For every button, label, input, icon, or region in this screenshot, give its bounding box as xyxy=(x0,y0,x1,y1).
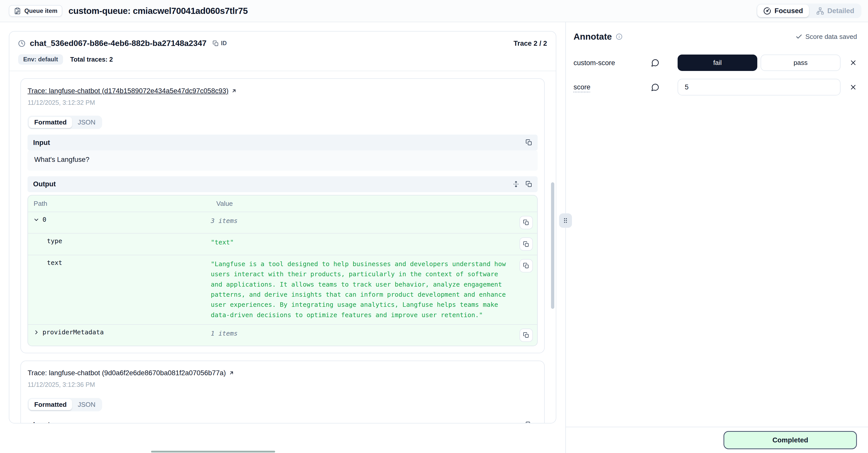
input-label: Input xyxy=(33,421,50,423)
panel-resize-handle[interactable] xyxy=(559,214,572,228)
format-tabs: Formatted JSON xyxy=(28,116,102,129)
json-table-row: text"Langfuse is a tool designed to help… xyxy=(28,255,537,324)
id-label: ID xyxy=(221,40,227,47)
output-label: Output xyxy=(33,180,56,188)
copy-output-button[interactable] xyxy=(526,181,532,187)
trace-link[interactable]: Trace: langfuse-chatbot (d174b1589072e43… xyxy=(28,87,237,95)
format-tabs: Formatted JSON xyxy=(28,398,102,411)
queue-item-badge: Queue item xyxy=(9,5,62,17)
chevron-down-icon[interactable] xyxy=(34,217,39,223)
queue-item-card: chat_536ed067-b86e-4eb6-882b-ba27148a234… xyxy=(9,31,556,423)
copy-id-button[interactable]: ID xyxy=(213,40,227,47)
categorical-options: fail pass xyxy=(678,55,840,71)
focused-view-label: Focused xyxy=(774,7,803,15)
tab-json[interactable]: JSON xyxy=(72,399,101,410)
check-icon xyxy=(795,33,803,40)
remove-score-button[interactable] xyxy=(849,59,857,67)
json-table-header: Path Value xyxy=(28,195,537,211)
copy-row-button[interactable] xyxy=(520,216,533,229)
json-value: 1 items xyxy=(211,329,515,342)
json-path-cell: type xyxy=(28,237,211,251)
tab-formatted[interactable]: Formatted xyxy=(29,399,72,410)
json-table-row: providerMetadata1 items xyxy=(28,324,537,346)
json-key: text xyxy=(47,259,62,266)
input-value: What's Langfuse? xyxy=(28,150,538,171)
annotate-footer: Completed xyxy=(566,427,868,453)
score-name-label: score xyxy=(574,83,651,91)
tab-json[interactable]: JSON xyxy=(72,117,101,128)
input-header: Input xyxy=(28,135,538,150)
json-table-row: 03 items xyxy=(28,211,537,233)
network-icon xyxy=(816,7,824,15)
json-value: 3 items xyxy=(211,216,515,229)
trace-scroll-area[interactable]: Trace: langfuse-chatbot (d174b1589072e43… xyxy=(9,71,556,423)
option-fail-button[interactable]: fail xyxy=(678,55,757,71)
queue-item-page: Queue item custom-queue: cmiacwel70041ad… xyxy=(0,0,868,453)
top-bar: Queue item custom-queue: cmiacwel70041ad… xyxy=(0,0,868,22)
tab-formatted[interactable]: Formatted xyxy=(29,117,72,128)
trace-card: Trace: langfuse-chatbot (d174b1589072e43… xyxy=(21,78,545,353)
json-path-cell: text xyxy=(28,259,211,320)
score-value-input[interactable] xyxy=(678,79,840,95)
env-badge: Env: default xyxy=(18,54,63,65)
info-icon[interactable] xyxy=(616,33,622,40)
horizontal-scrollbar-thumb[interactable] xyxy=(151,451,275,453)
score-name-label: custom-score xyxy=(574,59,651,67)
external-link-icon xyxy=(229,370,234,376)
clipboard-pen-icon xyxy=(14,7,21,15)
input-label: Input xyxy=(33,139,50,147)
view-toggle: Focused Detailed xyxy=(756,3,862,18)
input-header: Input xyxy=(28,417,538,423)
trace-counter: Trace 2 / 2 xyxy=(514,39,547,48)
trace-panel: chat_536ed067-b86e-4eb6-882b-ba27148a234… xyxy=(0,22,565,453)
save-status: Score data saved xyxy=(795,33,857,41)
circle-gauge-icon xyxy=(763,7,771,15)
clock-icon xyxy=(18,40,26,47)
queue-item-header: chat_536ed067-b86e-4eb6-882b-ba27148a234… xyxy=(9,32,556,71)
path-column-header: Path xyxy=(28,200,211,207)
json-value: "text" xyxy=(211,237,515,251)
score-row-score: score xyxy=(574,79,857,95)
json-path-cell: providerMetadata xyxy=(28,329,211,342)
item-title: chat_536ed067-b86e-4eb6-882b-ba27148a234… xyxy=(30,39,207,48)
trace-timestamp: 11/12/2025, 3:12:36 PM xyxy=(28,381,538,388)
trace-link-label: Trace: langfuse-chatbot (d174b1589072e43… xyxy=(28,87,228,95)
annotate-title: Annotate xyxy=(574,32,622,42)
trace-link[interactable]: Trace: langfuse-chatbot (9d0a6f2e6de8670… xyxy=(28,369,234,377)
trace-timestamp: 11/12/2025, 3:12:32 PM xyxy=(28,99,538,106)
copy-input-button[interactable] xyxy=(526,139,532,146)
json-path-cell: 0 xyxy=(28,216,211,229)
detailed-view-button[interactable]: Detailed xyxy=(810,4,861,17)
trace-link-label: Trace: langfuse-chatbot (9d0a6f2e6de8670… xyxy=(28,369,226,377)
json-key: 0 xyxy=(42,216,46,223)
output-header: Output xyxy=(28,176,538,192)
json-table-row: type"text" xyxy=(28,233,537,255)
annotate-panel: Annotate Score data saved custom-score xyxy=(565,22,868,453)
json-value: "Langfuse is a tool designed to help bus… xyxy=(211,259,515,320)
queue-item-badge-label: Queue item xyxy=(24,7,57,15)
json-key: providerMetadata xyxy=(42,329,104,336)
comment-icon[interactable] xyxy=(651,83,659,91)
detailed-view-label: Detailed xyxy=(828,7,855,15)
comment-icon[interactable] xyxy=(651,59,659,67)
chevron-right-icon[interactable] xyxy=(34,330,39,335)
copy-input-button[interactable] xyxy=(526,421,532,423)
vertical-scrollbar-thumb[interactable] xyxy=(551,182,554,309)
option-pass-button[interactable]: pass xyxy=(761,55,840,71)
score-row-custom-score: custom-score fail pass xyxy=(574,55,857,71)
remove-score-button[interactable] xyxy=(849,83,857,91)
copy-row-button[interactable] xyxy=(520,259,533,273)
total-traces: Total traces: 2 xyxy=(70,56,113,63)
completed-button[interactable]: Completed xyxy=(723,431,857,449)
focused-view-button[interactable]: Focused xyxy=(757,4,809,17)
value-column-header: Value xyxy=(211,200,515,207)
output-json-table: Path Value 03 itemstype"text"text"Langfu… xyxy=(28,195,538,346)
trace-card: Trace: langfuse-chatbot (9d0a6f2e6de8670… xyxy=(21,361,545,423)
expand-output-button[interactable] xyxy=(513,181,519,187)
copy-row-button[interactable] xyxy=(520,237,533,251)
json-key: type xyxy=(47,237,62,245)
copy-row-button[interactable] xyxy=(520,329,533,342)
external-link-icon xyxy=(231,88,237,94)
page-title: custom-queue: cmiacwel70041ad060s7tlr75 xyxy=(68,6,248,16)
